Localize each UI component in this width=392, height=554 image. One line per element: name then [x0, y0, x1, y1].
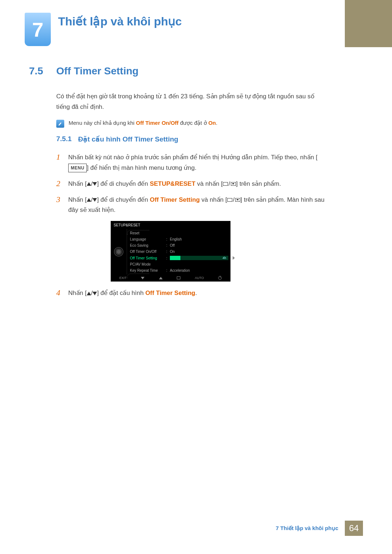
power-icon [218, 276, 222, 280]
content-area: 7.5 Off Timer Setting Có thể đặt hẹn giờ… [29, 65, 327, 304]
enter-icon: / [223, 179, 236, 189]
osd-list: Reset Language : English Eco Saving : Of… [127, 229, 230, 274]
step-4-d: . [195, 290, 197, 296]
triangle-down-icon [93, 292, 97, 295]
note-row: Menu này chỉ khả dụng khi Off Timer On/O… [56, 119, 327, 128]
triangle-down-icon [93, 182, 97, 186]
osd-menu-screenshot: SETUP&RESET Reset Language : English Eco… [111, 221, 230, 282]
step-2-e: ] trên sản phẩm. [236, 180, 281, 187]
step-4-a: Nhấn [ [68, 290, 87, 296]
osd-label-language: Language [130, 237, 166, 241]
osd-title: SETUP&RESET [111, 221, 230, 229]
osd-row-language: Language : English [130, 236, 230, 242]
step-1-text: Nhấn bất kỳ nút nào ở phía trước sản phẩ… [68, 152, 327, 173]
step-1: 1 Nhấn bất kỳ nút nào ở phía trước sản p… [56, 152, 327, 173]
section-title: Off Timer Setting [56, 65, 139, 77]
enter-icon: / [227, 195, 241, 205]
osd-label-eco: Eco Saving [130, 243, 166, 247]
step-4-text: Nhấn [/] để đặt cấu hình Off Timer Setti… [68, 288, 197, 299]
step-3-d: và nhấn [ [200, 196, 227, 203]
note-em1: Off Timer On/Off [136, 120, 179, 126]
triangle-down-icon [93, 198, 97, 202]
triangle-up-icon [87, 292, 91, 295]
osd-left-panel [111, 229, 127, 274]
step-2-d: và nhấn [ [195, 180, 222, 187]
header-corner-band [345, 0, 392, 47]
osd-footer-auto: AUTO [195, 276, 204, 280]
step-3-text: Nhấn [/] để di chuyển đến Off Timer Sett… [68, 195, 327, 216]
step-3-b: ] để di chuyển đến [97, 196, 150, 203]
note-em2: On [208, 120, 216, 126]
osd-body: Reset Language : English Eco Saving : Of… [111, 229, 230, 274]
step-2-highlight: SETUP&RESET [150, 180, 196, 187]
step-3-a: Nhấn [ [68, 196, 87, 203]
osd-footer-exit: EXIT [119, 276, 127, 280]
step-3-highlight: Off Timer Setting [150, 196, 200, 203]
step-3: 3 Nhấn [/] để di chuyển đến Off Timer Se… [56, 195, 327, 216]
osd-row-timer-setting: Off Timer Setting : 4h [130, 255, 230, 261]
page-footer: 7 Thiết lập và khôi phục 64 [276, 521, 363, 536]
osd-row-eco: Eco Saving : Off [130, 242, 230, 249]
subsection-title: Đặt cấu hình Off Timer Setting [78, 135, 178, 143]
subsection-heading: 7.5.1 Đặt cấu hình Off Timer Setting [56, 135, 327, 143]
section-number: 7.5 [29, 65, 56, 77]
triangle-up-icon [87, 182, 91, 186]
menu-key-label: MENU [68, 164, 87, 172]
footer-text: 7 Thiết lập và khôi phục [276, 525, 338, 532]
step-1-c: ] để hiển thị màn hình menu tương ứng. [87, 164, 196, 171]
osd-value-timer-onoff: On [170, 250, 228, 254]
note-text: Menu này chỉ khả dụng khi Off Timer On/O… [69, 119, 217, 127]
note-prefix: Menu này chỉ khả dụng khi [69, 120, 136, 126]
osd-label-keyrepeat: Key Repeat Time [130, 268, 166, 272]
arrow-right-icon [233, 256, 235, 260]
step-1-a: Nhấn bất kỳ nút nào ở phía trước sản phẩ… [68, 154, 318, 161]
step-2-b: ] để di chuyển đến [97, 180, 150, 187]
osd-label-timer-setting: Off Timer Setting [130, 256, 166, 260]
osd-label-timer-onoff: Off Timer On/Off [130, 250, 166, 254]
step-4-b: ] để đặt cấu hình [97, 290, 145, 296]
step-2: 2 Nhấn [/] để di chuyển đến SETUP&RESET … [56, 179, 327, 189]
subsection-number: 7.5.1 [56, 135, 72, 143]
step-3-number: 3 [56, 195, 62, 216]
chapter-badge: 7 [25, 13, 51, 46]
triangle-up-icon [159, 277, 163, 279]
osd-value-timer-setting: 4h [222, 256, 226, 260]
osd-row-keyrepeat: Key Repeat Time : Acceleration [130, 267, 230, 274]
osd-row-reset: Reset [130, 230, 230, 236]
source-icon [177, 276, 180, 279]
step-4-number: 4 [56, 288, 62, 299]
footer-page-number: 64 [345, 521, 363, 536]
osd-value-language: English [170, 237, 228, 241]
step-4: 4 Nhấn [/] để đặt cấu hình Off Timer Set… [56, 288, 327, 299]
chapter-number: 7 [32, 18, 43, 41]
osd-label-reset: Reset [130, 231, 166, 235]
section-intro: Có thể đặt hẹn giờ tắt trong khoảng từ 1… [56, 91, 327, 112]
note-icon [56, 120, 64, 128]
step-2-text: Nhấn [/] để di chuyển đến SETUP&RESET và… [68, 179, 281, 189]
osd-row-pcav: PC/AV Mode [130, 261, 230, 267]
note-mid: được đặt ở [179, 120, 208, 126]
step-2-a: Nhấn [ [68, 180, 87, 187]
osd-value-eco: Off [170, 243, 228, 247]
note-suffix: . [216, 120, 217, 126]
step-2-number: 2 [56, 179, 62, 189]
chapter-title: Thiết lập và khôi phục [58, 15, 182, 28]
step-1-number: 1 [56, 152, 62, 173]
gear-icon [115, 248, 123, 256]
osd-label-pcav: PC/AV Mode [130, 262, 166, 266]
step-4-highlight: Off Timer Setting [145, 290, 195, 296]
osd-bar-timer: 4h [170, 256, 228, 260]
osd-row-timer-onoff: Off Timer On/Off : On [130, 249, 230, 255]
triangle-up-icon [87, 198, 91, 202]
osd-value-keyrepeat: Acceleration [170, 268, 228, 272]
section-heading: 7.5 Off Timer Setting [29, 65, 327, 77]
